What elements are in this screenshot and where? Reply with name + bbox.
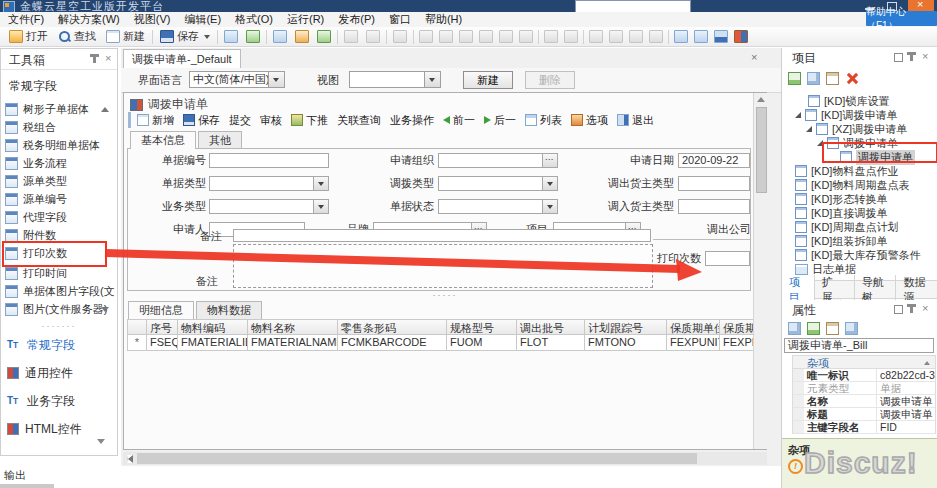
splitter-handle[interactable]: ····· xyxy=(124,290,766,300)
float-icon[interactable] xyxy=(894,305,903,314)
output-panel-label[interactable]: 输出 xyxy=(4,468,26,483)
tree-item-lock-settings[interactable]: [KD]锁库设置 xyxy=(782,94,889,108)
apply-date-input[interactable]: 2020-09-22 xyxy=(678,153,750,168)
tree-item-cycle-count-plan[interactable]: [KD]周期盘点计划 xyxy=(782,220,898,234)
form-btn-list[interactable]: 列表 xyxy=(525,113,562,128)
view-select[interactable] xyxy=(349,71,441,88)
tree-item-cycle-count-table[interactable]: [KD]物料周期盘点表 xyxy=(782,178,909,192)
dropdown-icon[interactable] xyxy=(424,72,440,87)
menu-view[interactable]: 视图(V) xyxy=(134,12,171,27)
toolbox-item-agent-field[interactable]: 代理字段 xyxy=(5,209,115,226)
toolbox-item-tree-sub-entry[interactable]: 树形子单据体 xyxy=(5,101,115,118)
category-business-fields[interactable]: TT业务字段 xyxy=(7,391,75,411)
expand-icon[interactable] xyxy=(806,126,812,132)
transfer-type-select[interactable] xyxy=(438,176,558,191)
scroll-up-icon[interactable] xyxy=(757,97,765,102)
save-button[interactable]: 保存 xyxy=(155,28,215,46)
prop-row-title[interactable]: 标题 调拨申请单 xyxy=(792,408,936,421)
editor-tab[interactable]: 调拨申请单-_Default xyxy=(123,49,241,68)
menu-edit[interactable]: 编辑(E) xyxy=(184,12,221,27)
col-material-name[interactable]: 物料名称 xyxy=(248,319,338,335)
layout-window-2-icon[interactable] xyxy=(609,30,623,43)
menu-publish[interactable]: 发布(P) xyxy=(338,12,375,27)
close-icon[interactable]: × xyxy=(105,53,111,63)
form-btn-previous[interactable]: 前一 xyxy=(443,113,475,128)
tab-material-data[interactable]: 物料数据 xyxy=(196,301,262,319)
property-category[interactable]: 杂项 xyxy=(792,355,936,369)
form-designer-surface[interactable]: 调拨申请单 新增 保存 提交 审核 下推 关联查询 业务操作 前一 后一 列表 … xyxy=(123,92,767,450)
layout-window-4-icon[interactable] xyxy=(649,30,663,43)
form-btn-push-down[interactable]: 下推 xyxy=(291,113,328,128)
selected-object-combo[interactable]: 调拨申请单-_Bill xyxy=(784,338,934,353)
form-btn-audit[interactable]: 审核 xyxy=(260,113,282,128)
delete-icon[interactable] xyxy=(393,30,407,43)
toolbox-item-tax-combo[interactable]: 税组合 xyxy=(5,119,115,136)
align-left-icon[interactable] xyxy=(419,30,433,43)
delete-icon[interactable] xyxy=(845,72,858,85)
dropdown-icon[interactable] xyxy=(313,177,328,190)
toolbox-item-source-no[interactable]: 源单编号 xyxy=(5,191,115,208)
editor-close-icon[interactable]: × xyxy=(751,52,757,62)
category-html-controls[interactable]: HTML控件 xyxy=(7,419,82,439)
remark-input-1[interactable] xyxy=(233,229,651,242)
menu-solution[interactable]: 解决方案(W) xyxy=(58,12,120,27)
form-btn-exit[interactable]: 退出 xyxy=(617,113,654,128)
redo-icon[interactable] xyxy=(366,30,380,43)
toolbox-item-source-type[interactable]: 源单类型 xyxy=(5,173,115,190)
view-new-button[interactable]: 新建 xyxy=(463,71,513,89)
export-icon[interactable] xyxy=(317,30,331,43)
cascade-icon[interactable] xyxy=(807,72,820,85)
horizontal-scrollbar[interactable] xyxy=(123,452,767,465)
find-button[interactable]: 查找 xyxy=(53,28,101,46)
vertical-scrollbar[interactable] xyxy=(753,93,767,449)
col-barcode[interactable]: 零售条形码 xyxy=(338,319,447,335)
cell-fcmkbarcode[interactable]: FCMKBARCODE xyxy=(338,335,447,351)
toolbox-item-print-time[interactable]: 打印时间 xyxy=(5,265,115,282)
distribute-h-icon[interactable] xyxy=(544,30,558,43)
scrollbar-thumb[interactable] xyxy=(137,453,697,464)
remark-textarea-selected[interactable] xyxy=(233,244,653,288)
menu-help[interactable]: 帮助(H) xyxy=(425,12,462,27)
distribute-v-icon[interactable] xyxy=(564,30,578,43)
scroll-up-icon[interactable] xyxy=(101,107,109,112)
prop-row-name[interactable]: 名称 调拨申请单 xyxy=(792,395,936,408)
form-btn-linked-query[interactable]: 关联查询 xyxy=(337,113,381,128)
out-owner-input[interactable] xyxy=(678,176,750,191)
biz-type-select[interactable] xyxy=(209,199,329,214)
tree-item-transfer-request[interactable]: 调拨申请单 xyxy=(782,136,898,150)
menu-format[interactable]: 格式(O) xyxy=(235,12,273,27)
prop-row-unique-id[interactable]: 唯一标识 c82b22cd-365d-... xyxy=(792,369,936,382)
toolbox-item-attachment-count[interactable]: 附件数 xyxy=(5,227,115,244)
category-common-controls[interactable]: 通用控件 xyxy=(7,363,73,383)
form-window-icon[interactable] xyxy=(273,30,287,43)
toolbox-item-entry-image-field[interactable]: 单据体图片字段(文件... xyxy=(5,283,115,300)
cell-flot[interactable]: FLOT xyxy=(517,335,585,351)
toolbox-item-print-count[interactable]: 打印次数 xyxy=(5,245,115,262)
bill-no-input[interactable] xyxy=(209,153,329,168)
toolbox-item-image-file-server[interactable]: 图片(文件服务器) xyxy=(5,301,115,318)
tree-item-transfer-request-selected[interactable]: 调拨申请单 xyxy=(782,150,915,164)
toolbox-item-business-flow[interactable]: 业务流程 xyxy=(5,155,115,172)
apply-org-input[interactable] xyxy=(438,153,558,168)
prop-row-primary-key[interactable]: 主键字段名 FID xyxy=(792,421,936,434)
form-btn-next[interactable]: 后一 xyxy=(484,113,516,128)
same-height-icon[interactable] xyxy=(519,30,533,43)
cell-fexppe[interactable]: FEXPPE xyxy=(720,335,753,351)
cell-fmaterialname[interactable]: FMATERIALNAME xyxy=(248,335,338,351)
new-button[interactable]: 新建 xyxy=(101,28,150,46)
col-spec[interactable]: 规格型号 xyxy=(447,319,517,335)
align-bottom-icon[interactable] xyxy=(479,30,493,43)
layout-window-1-icon[interactable] xyxy=(589,30,603,43)
ellipsis-button[interactable] xyxy=(542,154,557,167)
property-pages-icon[interactable] xyxy=(826,322,839,335)
col-seq[interactable]: 序号 xyxy=(147,319,178,335)
tree-item-form-conversion[interactable]: [KD]形态转换单 xyxy=(782,192,887,206)
float-icon[interactable] xyxy=(894,53,903,62)
tab-basic-info[interactable]: 基本信息 xyxy=(130,131,196,149)
col-out-lot[interactable]: 调出批号 xyxy=(517,319,585,335)
form-btn-add[interactable]: 新增 xyxy=(137,113,174,128)
grid-data-row[interactable]: * FSEQ FMATERIALID FMATERIALNAME FCMKBAR… xyxy=(127,335,753,351)
categorized-icon[interactable] xyxy=(788,322,801,335)
paste-icon[interactable] xyxy=(826,72,839,85)
undo-icon[interactable] xyxy=(344,30,358,43)
